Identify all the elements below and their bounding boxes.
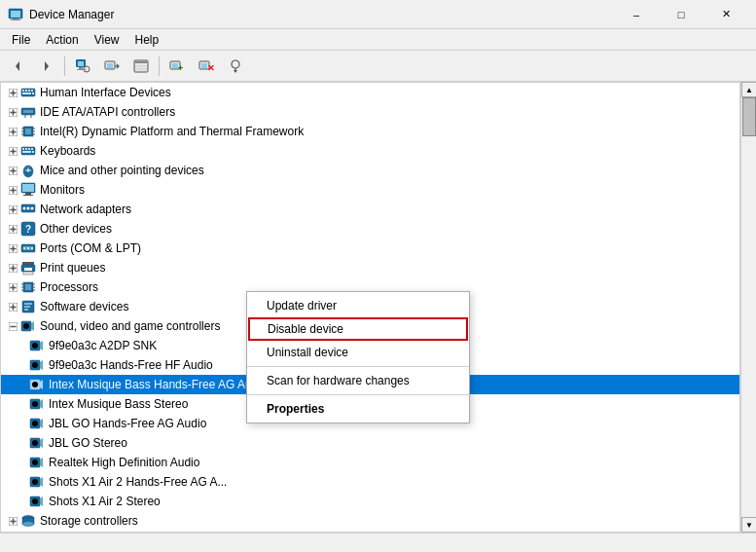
tree-item-print-queues[interactable]: Print queues (1, 258, 739, 277)
svg-rect-61 (31, 148, 33, 150)
svg-text:+: + (178, 63, 183, 73)
minimize-button[interactable]: – (614, 0, 659, 29)
scroll-track[interactable] (741, 97, 756, 517)
svg-point-127 (32, 343, 38, 349)
uninstall-button[interactable]: ✕ (193, 54, 220, 79)
tree-item-ide-atapi[interactable]: IDE ATA/ATAPI controllers (1, 102, 739, 122)
ctx-update-driver[interactable]: Update driver (247, 294, 469, 317)
expand-icon[interactable] (20, 416, 29, 431)
tree-item-other[interactable]: ?Other devices (1, 219, 739, 239)
ctx-properties[interactable]: Properties (247, 397, 469, 421)
audio-icon (20, 318, 36, 334)
expand-icon[interactable] (5, 279, 20, 295)
toolbar: i + ✕ (0, 51, 756, 82)
menu-view[interactable]: View (87, 31, 127, 49)
ctx-uninstall-device[interactable]: Uninstall device (247, 341, 469, 364)
scan-changes-button[interactable] (222, 54, 249, 79)
expand-icon[interactable] (5, 221, 20, 237)
expand-icon[interactable] (5, 104, 20, 120)
scroll-down-button[interactable]: ▼ (741, 517, 756, 533)
tree-item-intel-dynamic[interactable]: Intel(R) Dynamic Platform and Thermal Fr… (1, 122, 739, 141)
tree-item-label: Keyboards (40, 144, 95, 158)
expand-icon[interactable] (5, 318, 20, 334)
expand-icon[interactable] (5, 260, 20, 276)
expand-icon[interactable] (5, 85, 20, 100)
expand-icon[interactable] (5, 513, 20, 529)
expand-icon[interactable] (5, 240, 20, 256)
svg-point-82 (27, 207, 30, 210)
expand-icon[interactable] (20, 474, 29, 490)
tree-item-mice[interactable]: Mice and other pointing devices (1, 161, 739, 180)
svg-rect-60 (28, 148, 30, 150)
scrollbar-y[interactable]: ▲ ▼ (740, 82, 756, 533)
svg-point-141 (32, 479, 38, 485)
svg-point-96 (31, 247, 33, 249)
expand-icon[interactable] (5, 163, 20, 178)
expand-icon[interactable] (20, 338, 29, 353)
scroll-up-button[interactable]: ▲ (741, 82, 756, 97)
tree-item-label: Monitors (40, 183, 85, 197)
tree-item-network[interactable]: Network adapters (1, 200, 739, 219)
tree-item-label: Intex Musique Bass Hands-Free AG Audio (49, 378, 268, 391)
expand-icon[interactable] (5, 143, 20, 159)
svg-rect-34 (22, 92, 31, 94)
main-area: Human Interface DevicesIDE ATA/ATAPI con… (0, 82, 756, 533)
close-button[interactable]: ✕ (703, 0, 748, 29)
menu-bar: File Action View Help (0, 29, 756, 51)
scan-hardware-button[interactable] (98, 54, 126, 79)
tree-item-storage[interactable]: Storage controllers (1, 511, 739, 531)
tree-item-label: Ports (COM & LPT) (40, 241, 141, 255)
window-controls: – □ ✕ (614, 0, 748, 29)
svg-rect-8 (79, 67, 83, 69)
tree-item-label: Intel(R) Dynamic Platform and Thermal Fr… (40, 125, 304, 138)
maximize-button[interactable]: □ (659, 0, 703, 29)
svg-point-139 (32, 460, 38, 465)
add-device-button[interactable]: + (163, 54, 191, 79)
status-bar (0, 533, 756, 552)
expand-icon[interactable] (20, 396, 29, 412)
tree-item-realtek[interactable]: Realtek High Definition Audio (1, 453, 739, 472)
expand-icon[interactable] (5, 182, 20, 198)
software-icon (20, 299, 36, 314)
ctx-scan-hardware[interactable]: Scan for hardware changes (247, 369, 469, 392)
expand-icon[interactable] (20, 377, 29, 392)
expand-icon[interactable] (5, 202, 20, 217)
menu-file[interactable]: File (4, 31, 38, 49)
scroll-thumb[interactable] (742, 97, 756, 136)
svg-rect-47 (25, 129, 31, 134)
view-button[interactable] (127, 54, 155, 79)
expand-icon[interactable] (5, 299, 20, 314)
tree-item-monitors[interactable]: Monitors (1, 180, 739, 200)
back-button[interactable] (4, 54, 31, 79)
tree-item-system[interactable]: System devices (1, 531, 739, 533)
properties-button[interactable]: i (69, 54, 96, 79)
menu-help[interactable]: Help (127, 31, 167, 49)
audio-device-icon (29, 474, 45, 490)
expand-icon[interactable] (20, 357, 29, 373)
ctx-separator-2 (247, 394, 469, 395)
processor-icon (20, 279, 36, 295)
window-title: Device Manager (29, 8, 614, 21)
menu-action[interactable]: Action (38, 31, 86, 49)
tree-item-label: Shots X1 Air 2 Hands-Free AG A... (49, 475, 227, 489)
svg-rect-31 (25, 90, 27, 92)
ctx-disable-device[interactable]: Disable device (248, 317, 468, 341)
tree-item-shots-x1-stereo[interactable]: Shots X1 Air 2 Stereo (1, 492, 739, 511)
expand-icon[interactable] (5, 124, 20, 139)
expand-icon[interactable] (20, 435, 29, 451)
tree-item-human-interface[interactable]: Human Interface Devices (1, 83, 739, 102)
expand-icon[interactable] (20, 455, 29, 470)
svg-rect-32 (28, 90, 30, 92)
svg-point-143 (32, 498, 38, 504)
tree-item-label: Other devices (40, 222, 112, 236)
tree-item-keyboards[interactable]: Keyboards (1, 141, 739, 161)
audio-device-icon (29, 357, 45, 373)
svg-rect-100 (22, 262, 34, 265)
forward-button[interactable] (33, 54, 60, 79)
tree-item-jbl-go-stereo[interactable]: JBL GO Stereo (1, 433, 739, 453)
svg-rect-75 (25, 193, 31, 195)
tree-item-ports[interactable]: Ports (COM & LPT) (1, 239, 739, 258)
tree-item-shots-x1-hf[interactable]: Shots X1 Air 2 Hands-Free AG A... (1, 472, 739, 492)
expand-icon[interactable] (20, 494, 29, 509)
separator-2 (159, 56, 160, 76)
